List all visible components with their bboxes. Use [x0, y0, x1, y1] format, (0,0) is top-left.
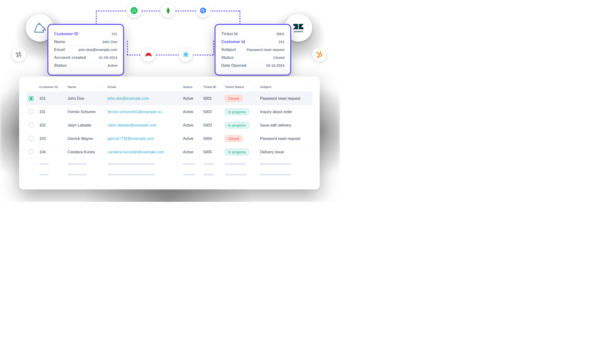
cell-subject: Password reset request [258, 132, 312, 145]
cell-ticket-status: Closed [223, 92, 258, 105]
row-checkbox[interactable] [29, 96, 33, 101]
cell-ticket-id: 5004 [201, 132, 223, 145]
cell-name: Fermin Schumm [65, 105, 105, 119]
col-status[interactable]: Status [181, 82, 201, 92]
cell-email[interactable]: garrick77@@example.com [105, 132, 180, 145]
cell-ticket-status: In progress [223, 145, 258, 159]
row-checkbox[interactable] [29, 136, 33, 141]
sort-icon[interactable]: ↓↑ [254, 85, 255, 88]
col-ticket-status[interactable]: Ticket Status↓↑ [223, 82, 258, 92]
bigquery-icon [196, 3, 210, 18]
cell-name: John Doe [65, 92, 105, 105]
couch-icon [141, 47, 156, 62]
table-row[interactable]: 102Jalyn LabadieJalyn.labadie@example.co… [26, 119, 312, 132]
cell-ticket-id: 5002 [201, 105, 223, 119]
skeleton-row [26, 159, 312, 169]
data-table-panel: Customer ID Name↓↑ Email Status Ticket I… [19, 77, 320, 189]
cell-customer-id: 103 [37, 132, 65, 145]
col-subject[interactable]: Subject↓↑ [258, 82, 312, 92]
table-row[interactable]: 101Fermin Schummfermin.schumm51@example.… [26, 105, 312, 119]
cell-ticket-status: In progress [223, 119, 258, 132]
svg-point-5 [202, 10, 204, 11]
col-customer-id[interactable]: Customer ID [37, 82, 65, 92]
col-ticket-id[interactable]: Ticket ID [201, 82, 223, 92]
col-name[interactable]: Name↓↑ [65, 82, 105, 92]
cell-email[interactable]: Jalyn.labadie@example.com [105, 119, 180, 132]
svg-rect-9 [151, 54, 152, 56]
cell-name: Garrick Wayne [65, 132, 105, 145]
svg-point-0 [130, 7, 138, 14]
skeleton-row [26, 169, 312, 180]
col-email[interactable]: Email [105, 82, 180, 92]
row-checkbox[interactable] [29, 149, 33, 154]
cell-customer-id: 101 [37, 105, 65, 119]
cell-subject: Delivery issue [258, 145, 312, 159]
cell-email[interactable]: john.doe@example.com [105, 92, 180, 105]
table-row[interactable]: 101John Doejohn.doe@example.comActive500… [26, 92, 312, 105]
customer-card-label: Customer ID [54, 32, 78, 36]
snowflake-icon [179, 47, 193, 62]
cell-name: Candace Kunze [65, 145, 105, 159]
sort-icon[interactable]: ↓↑ [308, 85, 310, 88]
cell-customer-id: 101 [37, 92, 65, 105]
openai-icon [12, 47, 26, 62]
cell-status: Active [181, 132, 201, 145]
hubspot-icon [312, 47, 327, 62]
cell-status: Active [181, 119, 201, 132]
cell-subject: Password reset request [258, 92, 312, 105]
sort-icon[interactable]: ↓↑ [101, 85, 103, 88]
customer-card-value: 101 [111, 32, 117, 36]
table-row[interactable]: 104Candace Kunzecandace.kunze@@example.c… [26, 145, 312, 159]
cell-ticket-status: Closed [223, 132, 258, 145]
table-row[interactable]: 103Garrick Waynegarrick77@@example.comAc… [26, 132, 312, 145]
svg-point-16 [39, 24, 40, 25]
cell-customer-id: 104 [37, 145, 65, 159]
cell-subject: Issue with delivery [258, 119, 312, 132]
cell-email[interactable]: fermin.schumm51@example.co... [105, 105, 180, 119]
svg-point-24 [318, 57, 319, 58]
svg-rect-1 [132, 11, 133, 12]
svg-rect-2 [135, 11, 136, 12]
cell-status: Active [181, 145, 201, 159]
cell-email[interactable]: candace.kunze@@example.com [105, 145, 180, 159]
ticket-card: Ticket Id5001 Customer Id101 SubjectPass… [215, 24, 291, 76]
row-checkbox[interactable] [29, 109, 33, 114]
customer-card: Customer ID101 NameJohn Doe Emailjohn.do… [47, 24, 124, 76]
svg-rect-10 [147, 53, 150, 54]
svg-rect-8 [145, 54, 146, 56]
cell-status: Active [181, 92, 201, 105]
svg-point-22 [316, 52, 318, 53]
mongo-icon [161, 3, 175, 18]
zendesk-label: zendesk [294, 30, 303, 33]
cell-subject: Inquiry about order [258, 105, 312, 119]
cell-name: Jalyn Labadie [65, 119, 105, 132]
data-table: Customer ID Name↓↑ Email Status Ticket I… [26, 82, 312, 180]
cell-ticket-id: 5005 [201, 145, 223, 159]
svg-point-15 [185, 54, 186, 55]
row-checkbox[interactable] [29, 122, 33, 127]
cell-customer-id: 102 [37, 119, 65, 132]
freshdesk-icon [127, 3, 141, 18]
cell-status: Active [181, 105, 201, 119]
cell-ticket-status: In progress [223, 105, 258, 119]
svg-point-20 [320, 51, 321, 52]
svg-point-17 [17, 53, 20, 56]
cell-ticket-id: 5001 [201, 92, 223, 105]
cell-ticket-id: 5003 [201, 119, 223, 132]
